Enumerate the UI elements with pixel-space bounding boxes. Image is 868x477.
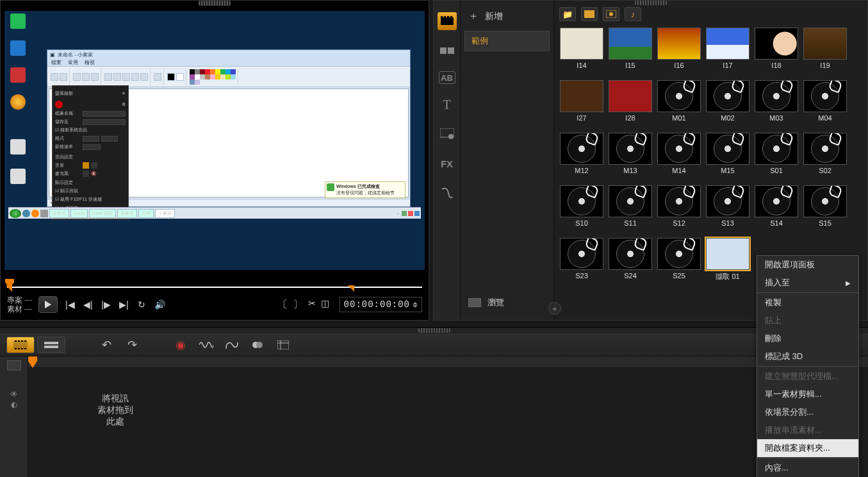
library-thumb[interactable]: M01: [657, 80, 701, 130]
context-menu-item: 建立智慧型代理檔...: [757, 367, 858, 385]
audio-mixer-button[interactable]: [199, 337, 214, 353]
thumb-label: S23: [575, 272, 588, 280]
svg-rect-23: [44, 346, 58, 348]
library-thumb[interactable]: M15: [705, 133, 750, 183]
scrubber[interactable]: [1, 274, 429, 293]
add-folder-button[interactable]: ＋ 新增: [464, 8, 550, 24]
library-thumb[interactable]: S13: [705, 185, 750, 235]
context-menu-item[interactable]: 插入至▶: [757, 274, 858, 292]
library-thumb[interactable]: I19: [803, 28, 848, 78]
context-menu-item[interactable]: 內容...: [757, 459, 858, 477]
mark-out-handle[interactable]: [348, 285, 354, 292]
context-menu-item[interactable]: 標記成 3D: [757, 347, 858, 365]
preview-panel: ▣未命名 - 小畫家 檔案常用檢視 +100 × 100 像素100%: [0, 0, 429, 321]
go-start-button[interactable]: |◀: [64, 299, 76, 310]
volume-button[interactable]: 🔊: [154, 299, 165, 310]
library-thumb[interactable]: M02: [705, 80, 750, 130]
library-thumb[interactable]: I15: [608, 28, 653, 78]
undo-button[interactable]: ↶: [99, 337, 114, 353]
collapse-handle[interactable]: «: [548, 302, 561, 315]
go-end-button[interactable]: ▶|: [118, 299, 129, 310]
context-menu-item[interactable]: 開啟檔案資料夾...: [757, 439, 858, 457]
library-thumb[interactable]: S15: [803, 185, 848, 235]
library-thumb[interactable]: S01: [754, 133, 799, 183]
redo-button[interactable]: ↷: [124, 337, 140, 353]
thumb-label: M04: [818, 114, 831, 122]
thumb-label: S11: [624, 219, 637, 227]
thumb-label: I16: [674, 62, 684, 69]
library-thumb[interactable]: M14: [657, 133, 701, 183]
cut-button[interactable]: ✂: [308, 298, 316, 312]
browse-button[interactable]: 瀏覽: [464, 293, 550, 312]
library-thumb[interactable]: I17: [705, 28, 750, 78]
category-fx[interactable]: FX: [438, 155, 457, 172]
category-title[interactable]: AB: [439, 71, 455, 84]
play-button[interactable]: [38, 296, 58, 313]
split-button[interactable]: ◫: [321, 298, 329, 312]
thumb-label: S14: [770, 219, 783, 227]
library-thumb[interactable]: M13: [608, 133, 653, 183]
filter-audio-button[interactable]: ♪: [625, 7, 641, 21]
library-thumb[interactable]: 擷取 01: [705, 238, 750, 288]
library-thumb[interactable]: I16: [657, 28, 701, 78]
library-thumb[interactable]: S24: [608, 238, 653, 288]
thumb-label: I19: [820, 62, 830, 69]
library-thumb[interactable]: I28: [608, 80, 653, 130]
timeline-ruler[interactable]: [28, 356, 868, 368]
timeline-view-button[interactable]: [37, 337, 65, 353]
panel-grip[interactable]: [199, 1, 231, 6]
mode-labels[interactable]: 專案 — 素材 —: [7, 296, 32, 314]
context-menu-item[interactable]: 刪除: [757, 330, 858, 347]
context-menu-item[interactable]: 依場景分割...: [757, 403, 858, 421]
timecode[interactable]: 00:00:00:00: [340, 297, 422, 312]
prev-frame-button[interactable]: ◀|: [82, 299, 94, 310]
library-thumb[interactable]: S14: [754, 185, 799, 235]
filter-photo-button[interactable]: [603, 7, 619, 21]
repeat-button[interactable]: ↻: [136, 299, 147, 310]
context-menu-item[interactable]: 開啟選項面板: [757, 256, 858, 274]
library-thumb[interactable]: S23: [559, 238, 604, 288]
next-frame-button[interactable]: |▶: [100, 299, 111, 310]
svg-point-25: [256, 342, 263, 348]
svg-rect-3: [444, 16, 446, 17]
library-thumb[interactable]: I27: [559, 80, 604, 130]
playback-bar: 專案 — 素材 — |◀ ◀| |▶ ▶| ↻ 🔊 〔 〕 ✂ ◫: [1, 293, 429, 320]
mark-out-button[interactable]: 〕: [293, 298, 303, 312]
folder-item-sample[interactable]: 範例: [464, 31, 550, 51]
thumb-label: I17: [723, 62, 732, 69]
library-thumb[interactable]: S02: [803, 133, 848, 183]
panel-grip[interactable]: [418, 328, 450, 333]
mark-in-button[interactable]: 〔: [277, 298, 288, 312]
library-thumb[interactable]: S11: [608, 185, 653, 235]
library-thumb[interactable]: I18: [754, 28, 799, 78]
context-menu-item[interactable]: 單一素材剪輯...: [757, 385, 858, 403]
library-thumb[interactable]: M03: [754, 80, 799, 130]
chapter-button[interactable]: [275, 337, 291, 353]
storyboard-view-button[interactable]: [6, 337, 35, 353]
category-media[interactable]: [438, 12, 457, 30]
library-thumb[interactable]: M04: [803, 80, 848, 130]
track-lock-toggle[interactable]: ◐: [11, 400, 17, 409]
track-area[interactable]: 將視訊素材拖到此處: [28, 356, 868, 477]
library-thumb[interactable]: S25: [657, 238, 701, 288]
auto-music-button[interactable]: [224, 337, 240, 353]
track-menu-button[interactable]: [7, 360, 21, 371]
category-text[interactable]: T: [438, 96, 457, 113]
category-path[interactable]: [438, 184, 457, 202]
track-visibility-toggle[interactable]: 👁: [10, 390, 18, 399]
marker-button[interactable]: [250, 337, 265, 353]
library-thumb[interactable]: S12: [657, 185, 701, 235]
context-menu-item[interactable]: 複製: [757, 294, 858, 312]
timeline-playhead[interactable]: [28, 356, 37, 368]
svg-rect-14: [15, 340, 17, 342]
mark-in-handle[interactable]: [6, 285, 12, 292]
library-thumb[interactable]: I14: [559, 28, 604, 78]
record-button[interactable]: ◉: [173, 337, 188, 353]
open-folder-button[interactable]: 📁: [559, 7, 576, 21]
category-graphic[interactable]: [438, 125, 457, 143]
filter-video-button[interactable]: [581, 7, 598, 21]
library-thumb[interactable]: S10: [559, 185, 604, 235]
library-thumb[interactable]: M12: [559, 133, 604, 183]
category-transition[interactable]: [438, 42, 457, 60]
thumb-label: I18: [771, 62, 781, 69]
